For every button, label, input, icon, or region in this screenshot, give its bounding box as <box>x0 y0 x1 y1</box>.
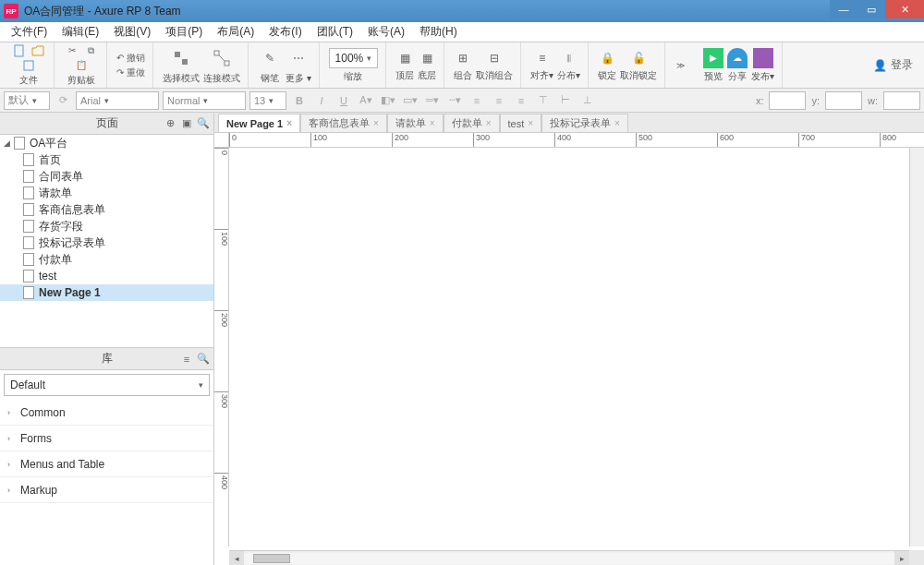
ungroup-button[interactable]: ⊟取消组合 <box>476 49 513 82</box>
lib-category[interactable]: ›Common <box>0 400 213 426</box>
align-center-button[interactable]: ≡ <box>490 91 508 110</box>
share-button[interactable]: ☁分享 <box>727 48 748 83</box>
tree-item[interactable]: 客商信息表单 <box>0 201 213 218</box>
tab-active[interactable]: New Page 1× <box>218 114 300 132</box>
lib-menu-icon[interactable]: ≡ <box>180 353 193 366</box>
italic-button[interactable]: I <box>312 91 331 110</box>
vertical-ruler[interactable]: 0 100 200 300 400 <box>214 148 229 547</box>
bring-front-button[interactable]: ▦顶层 <box>395 49 414 82</box>
tree-item[interactable]: 投标记录表单 <box>0 234 213 251</box>
underline-button[interactable]: U <box>334 91 353 110</box>
unlock-button[interactable]: 🔓取消锁定 <box>620 49 657 82</box>
open-file-icon[interactable] <box>30 44 46 57</box>
lock-button[interactable]: 🔒锁定 <box>598 49 616 82</box>
copy-icon[interactable]: ⧉ <box>82 44 99 57</box>
tab-close-icon[interactable]: × <box>373 118 379 128</box>
cut-icon[interactable]: ✂ <box>64 44 80 57</box>
menu-account[interactable]: 账号(A) <box>360 24 412 40</box>
tab-close-icon[interactable]: × <box>486 118 492 128</box>
tab-close-icon[interactable]: × <box>528 118 533 128</box>
font-family-select[interactable]: Normal▾ <box>163 91 246 110</box>
scroll-right-button[interactable]: ▸ <box>894 551 909 566</box>
publish-button[interactable]: 发布▾ <box>751 48 774 83</box>
border-width-button[interactable]: ═▾ <box>423 91 442 110</box>
lib-category[interactable]: ›Markup <box>0 477 213 503</box>
save-icon[interactable] <box>20 59 37 72</box>
preview-button[interactable]: ▶预览 <box>703 48 723 83</box>
menu-layout[interactable]: 布局(A) <box>210 24 261 40</box>
window-close-button[interactable]: ✕ <box>885 0 924 18</box>
tab-close-icon[interactable]: × <box>286 118 292 128</box>
group-button[interactable]: ⊞组合 <box>454 49 472 82</box>
vertical-scrollbar[interactable] <box>909 148 924 547</box>
scroll-left-button[interactable]: ◂ <box>229 551 244 566</box>
zoom-select[interactable]: 100% ▾ <box>329 48 379 68</box>
menu-file[interactable]: 文件(F) <box>4 24 55 40</box>
search-lib-icon[interactable]: 🔍 <box>197 353 210 366</box>
send-back-button[interactable]: ▦底层 <box>418 49 436 82</box>
tab[interactable]: 客商信息表单× <box>300 114 387 132</box>
scroll-track[interactable] <box>244 553 894 564</box>
paste-icon[interactable]: 📋 <box>73 59 90 72</box>
menu-team[interactable]: 团队(T) <box>310 24 360 40</box>
undo-button[interactable]: ↶ 撤销 <box>116 52 145 65</box>
font-size-select[interactable]: 13▾ <box>249 91 286 110</box>
pen-button[interactable]: ✎ 钢笔 <box>258 46 282 85</box>
y-input[interactable] <box>825 91 862 110</box>
border-style-button[interactable]: ┄▾ <box>445 91 464 110</box>
w-input[interactable] <box>883 91 920 110</box>
tab-close-icon[interactable]: × <box>614 118 620 128</box>
bold-button[interactable]: B <box>290 91 309 110</box>
tree-item[interactable]: 存货字段 <box>0 218 213 234</box>
horizontal-ruler[interactable]: 0 100 200 300 400 500 600 700 800 <box>229 133 924 148</box>
canvas[interactable] <box>229 148 909 547</box>
text-color-button[interactable]: A▾ <box>357 91 375 110</box>
tree-item[interactable]: 请款单 <box>0 185 213 201</box>
window-maximize-button[interactable]: ▭ <box>857 0 885 18</box>
style-manage-icon[interactable]: ⟳ <box>54 91 72 110</box>
tab[interactable]: 付款单× <box>444 114 500 132</box>
horizontal-scrollbar[interactable]: ◂ ▸ <box>229 550 909 565</box>
tree-item[interactable]: 付款单 <box>0 251 213 268</box>
tree-item-selected[interactable]: New Page 1 <box>0 284 213 301</box>
scroll-thumb[interactable] <box>253 554 290 563</box>
align-left-button[interactable]: ≡ <box>468 91 486 110</box>
menu-help[interactable]: 帮助(H) <box>412 24 465 40</box>
menu-project[interactable]: 项目(P) <box>158 24 210 40</box>
tab[interactable]: 请款单× <box>387 114 444 132</box>
new-file-icon[interactable] <box>11 44 28 57</box>
tab[interactable]: 投标记录表单× <box>541 114 628 132</box>
valign-top-button[interactable]: ⊤ <box>534 91 553 110</box>
tree-item[interactable]: 首页 <box>0 151 213 168</box>
font-select[interactable]: Arial▾ <box>76 91 159 110</box>
fill-color-button[interactable]: ◧▾ <box>379 91 397 110</box>
redo-button[interactable]: ↷ 重做 <box>116 66 145 79</box>
connect-mode-button[interactable]: 连接模式 <box>203 46 240 85</box>
tree-item[interactable]: 合同表单 <box>0 168 213 185</box>
menu-view[interactable]: 视图(V) <box>106 24 158 40</box>
tree-toggle-icon[interactable]: ◢ <box>4 138 13 148</box>
tab-close-icon[interactable]: × <box>430 118 435 128</box>
login-button[interactable]: 👤 登录 <box>873 57 913 73</box>
border-color-button[interactable]: ▭▾ <box>401 91 419 110</box>
toolbar-overflow-button[interactable]: ≫ <box>675 61 687 70</box>
tree-item[interactable]: test <box>0 268 213 284</box>
tree-root[interactable]: ◢ OA平台 <box>0 135 213 151</box>
x-input[interactable] <box>769 91 806 110</box>
valign-middle-button[interactable]: ⊢ <box>556 91 575 110</box>
valign-bottom-button[interactable]: ⊥ <box>578 91 597 110</box>
distribute-button[interactable]: ⫴分布▾ <box>557 49 580 82</box>
more-button[interactable]: ⋯ 更多 ▾ <box>286 46 311 85</box>
align-right-button[interactable]: ≡ <box>512 91 530 110</box>
lib-category[interactable]: ›Forms <box>0 426 213 451</box>
lib-category[interactable]: ›Menus and Table <box>0 451 213 477</box>
align-button[interactable]: ≡对齐▾ <box>530 49 553 82</box>
add-page-icon[interactable]: ⊕ <box>164 117 176 130</box>
window-minimize-button[interactable]: — <box>830 0 857 18</box>
menu-edit[interactable]: 编辑(E) <box>55 24 106 40</box>
menu-publish[interactable]: 发布(I) <box>261 24 309 40</box>
select-mode-button[interactable]: 选择模式 <box>163 46 200 85</box>
style-select[interactable]: 默认▾ <box>4 91 50 110</box>
add-folder-icon[interactable]: ▣ <box>180 117 193 130</box>
tab[interactable]: test× <box>500 114 542 132</box>
